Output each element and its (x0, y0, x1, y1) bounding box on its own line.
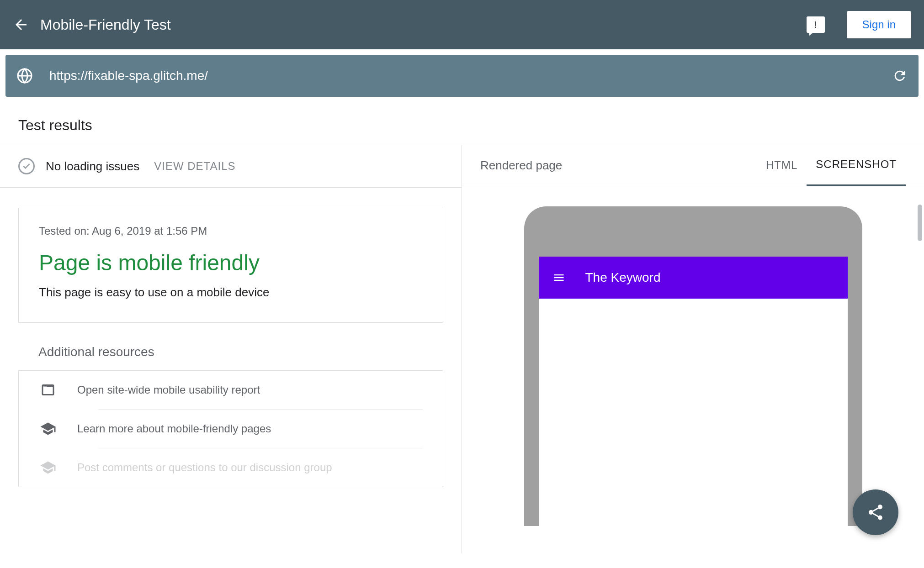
rendered-page-label: Rendered page (480, 158, 757, 173)
school-icon (39, 421, 57, 437)
check-circle-icon (18, 158, 35, 174)
section-title: Test results (18, 117, 906, 134)
section-header: Test results (0, 102, 924, 145)
right-panel: Rendered page HTML SCREENSHOT The Keywor… (462, 145, 924, 553)
left-panel: No loading issues VIEW DETAILS Tested on… (0, 145, 462, 553)
share-icon (866, 503, 885, 521)
result-card: Tested on: Aug 6, 2019 at 1:56 PM Page i… (18, 208, 443, 323)
result-subtitle: This page is easy to use on a mobile dev… (39, 285, 423, 300)
resource-item-learn[interactable]: Learn more about mobile-friendly pages (19, 410, 443, 448)
resource-label: Open site-wide mobile usability report (77, 384, 260, 396)
tested-timestamp: Tested on: Aug 6, 2019 at 1:56 PM (39, 225, 423, 237)
right-header: Rendered page HTML SCREENSHOT (462, 145, 924, 186)
signin-button[interactable]: Sign in (847, 11, 911, 38)
content-area: No loading issues VIEW DETAILS Tested on… (0, 145, 924, 553)
webpage-icon (39, 382, 57, 398)
back-arrow-icon[interactable] (13, 16, 29, 33)
globe-icon (16, 68, 33, 84)
scrollbar-thumb[interactable] (918, 205, 922, 241)
phone-app-title: The Keyword (585, 270, 661, 285)
app-header: Mobile-Friendly Test ! Sign in (0, 0, 924, 49)
phone-preview: The Keyword (524, 206, 862, 526)
school-icon (39, 459, 57, 476)
reload-icon[interactable] (892, 68, 908, 84)
resource-item-discuss[interactable]: Post comments or questions to our discus… (19, 448, 443, 487)
resource-item-report[interactable]: Open site-wide mobile usability report (19, 371, 443, 409)
loading-status-row: No loading issues VIEW DETAILS (0, 145, 462, 188)
tab-html[interactable]: HTML (757, 159, 807, 185)
resources-card: Open site-wide mobile usability report L… (18, 370, 443, 487)
announcement-icon: ! (814, 20, 817, 30)
phone-appbar: The Keyword (539, 257, 848, 299)
hamburger-icon (552, 271, 565, 284)
resources-heading: Additional resources (38, 345, 443, 359)
url-input[interactable]: https://fixable-spa.glitch.me/ (49, 68, 876, 83)
result-heading: Page is mobile friendly (39, 250, 423, 275)
page-title: Mobile-Friendly Test (40, 16, 796, 33)
resource-label: Post comments or questions to our discus… (77, 461, 332, 474)
tab-screenshot[interactable]: SCREENSHOT (807, 158, 906, 186)
url-bar[interactable]: https://fixable-spa.glitch.me/ (5, 55, 919, 97)
share-button[interactable] (853, 489, 898, 535)
feedback-icon[interactable]: ! (807, 16, 825, 33)
view-details-button[interactable]: VIEW DETAILS (154, 160, 235, 173)
phone-screen: The Keyword (539, 257, 848, 526)
loading-status-text: No loading issues (46, 159, 139, 174)
resource-label: Learn more about mobile-friendly pages (77, 422, 271, 435)
